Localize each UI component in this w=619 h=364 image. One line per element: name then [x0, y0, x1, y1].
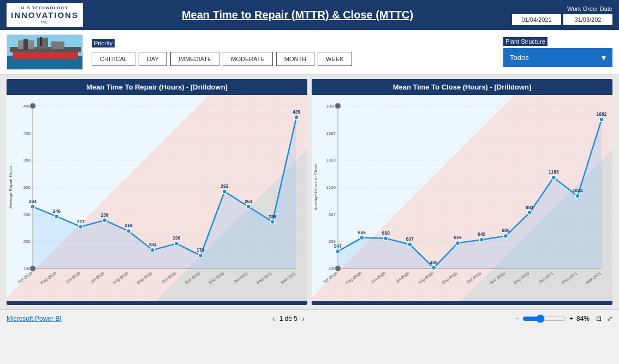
svg-text:Aug-2020: Aug-2020: [112, 271, 129, 285]
svg-text:Jun-2020: Jun-2020: [370, 271, 386, 284]
svg-text:1024: 1024: [573, 188, 583, 193]
prev-page-button[interactable]: ‹: [272, 314, 275, 323]
zoom-minus-icon[interactable]: −: [515, 315, 519, 323]
svg-text:Sep-2020: Sep-2020: [441, 271, 459, 285]
svg-text:184: 184: [148, 242, 156, 247]
svg-text:Aug-2020: Aug-2020: [417, 271, 435, 285]
svg-text:Jul-2020: Jul-2020: [90, 271, 105, 284]
svg-point-27: [103, 218, 107, 223]
svg-text:Oct-2020: Oct-2020: [466, 271, 482, 284]
svg-point-34: [270, 220, 275, 224]
top-bar: U B TECHNOLOGY INNOVATIONS INC Mean Time…: [0, 0, 619, 30]
svg-text:1100: 1100: [326, 185, 336, 190]
chart2-title: Mean Time To Close (Hours) - [Drilldown]: [312, 79, 612, 95]
svg-point-31: [198, 253, 203, 258]
priority-btn-day[interactable]: DAY: [139, 52, 167, 66]
svg-point-25: [55, 214, 59, 219]
logo-line1: U B TECHNOLOGY: [11, 5, 79, 10]
page-title: Mean Time to Repair (MTTR) & Close (MTTC…: [83, 9, 512, 21]
svg-point-28: [127, 229, 131, 233]
priority-btn-critical[interactable]: CRITICAL: [92, 52, 135, 66]
expand-icon[interactable]: ⤢: [607, 315, 612, 323]
svg-text:1333: 1333: [326, 158, 336, 163]
svg-point-118: [335, 266, 341, 271]
zoom-slider[interactable]: [522, 314, 566, 323]
svg-text:607: 607: [406, 236, 414, 242]
svg-text:Apr-2020: Apr-2020: [322, 271, 338, 284]
priority-btn-week[interactable]: WEEK: [318, 52, 352, 66]
svg-rect-8: [40, 37, 42, 46]
svg-point-83: [432, 266, 436, 270]
svg-text:219: 219: [125, 223, 133, 228]
svg-text:Nov-2020: Nov-2020: [184, 271, 201, 285]
bottom-bar: Microsoft Power BI ‹ 1 de 5 › − + 84% ⊡ …: [0, 309, 619, 327]
svg-text:1567: 1567: [326, 131, 336, 136]
svg-text:Nov-2020: Nov-2020: [489, 271, 507, 285]
svg-text:1682: 1682: [597, 111, 607, 117]
svg-point-32: [222, 189, 227, 194]
plant-label: Plant Structure: [503, 37, 547, 46]
svg-text:Jan-2021: Jan-2021: [538, 271, 555, 284]
svg-text:680: 680: [502, 228, 509, 233]
svg-text:867: 867: [329, 212, 336, 217]
powerbi-link[interactable]: Microsoft Power BI: [7, 315, 62, 323]
svg-point-89: [575, 194, 580, 198]
chart2-panel: Mean Time To Close (Hours) - [Drilldown]…: [312, 79, 612, 305]
dropdown-arrow-icon: ▾: [602, 52, 606, 63]
svg-point-84: [456, 241, 460, 245]
svg-text:429: 429: [293, 109, 300, 115]
zoom-label: 84%: [576, 315, 590, 323]
svg-text:450: 450: [23, 104, 31, 109]
svg-text:665: 665: [358, 230, 366, 235]
svg-point-29: [151, 248, 155, 252]
svg-point-80: [360, 236, 364, 240]
svg-text:150: 150: [23, 266, 31, 271]
svg-text:227: 227: [77, 219, 85, 224]
svg-text:239: 239: [101, 212, 109, 218]
svg-text:400: 400: [23, 131, 31, 136]
date-inputs: [512, 14, 612, 25]
chart1-panel: Mean Time To Repair (Hours) - [Drilldown…: [7, 79, 307, 305]
priority-btn-immediate[interactable]: IMMEDIATE: [170, 52, 219, 66]
chart1-title: Mean Time To Repair (Hours) - [Drilldown…: [7, 79, 307, 95]
svg-text:Jan-2021: Jan-2021: [233, 271, 249, 284]
svg-text:250: 250: [23, 212, 31, 217]
priority-section: Priority CRITICALDAYIMMEDIATEMODERATEMON…: [92, 39, 495, 66]
svg-text:Feb-2021: Feb-2021: [256, 271, 273, 285]
plant-dropdown[interactable]: Todos ▾: [503, 48, 612, 67]
svg-text:Feb-2021: Feb-2021: [561, 271, 578, 285]
svg-text:Jun-2020: Jun-2020: [64, 271, 81, 284]
date-section: Work Order Date: [512, 5, 612, 25]
svg-text:881: 881: [526, 205, 533, 210]
svg-point-82: [408, 242, 412, 247]
svg-text:300: 300: [23, 185, 31, 190]
svg-text:292: 292: [221, 183, 228, 189]
svg-text:Mar-2021: Mar-2021: [280, 271, 297, 285]
chart1-svg: 150200250300350400450 Average Repair Hou…: [7, 95, 307, 301]
svg-text:Sep-2020: Sep-2020: [136, 271, 153, 285]
priority-btn-month[interactable]: MONTH: [276, 52, 314, 66]
zoom-plus-icon[interactable]: +: [569, 315, 573, 323]
svg-text:May-2020: May-2020: [345, 271, 362, 285]
svg-text:200: 200: [23, 239, 31, 244]
svg-point-63: [30, 266, 35, 271]
charts-area: Mean Time To Repair (Hours) - [Drilldown…: [0, 75, 619, 309]
date-end-input[interactable]: [563, 14, 612, 25]
chart2-body: 4006338671100133315671800 Average Hours …: [312, 95, 612, 301]
svg-point-90: [599, 117, 604, 122]
priority-btn-moderate[interactable]: MODERATE: [223, 52, 273, 66]
next-page-button[interactable]: ›: [302, 314, 305, 323]
svg-text:Apr-2020: Apr-2020: [17, 271, 33, 284]
svg-text:Dec-2020: Dec-2020: [208, 271, 225, 285]
work-order-date-label: Work Order Date: [512, 5, 612, 12]
logo-line2: INNOVATIONS: [11, 10, 79, 20]
plant-section: Plant Structure Todos ▾: [503, 37, 612, 67]
svg-rect-5: [37, 38, 48, 49]
date-start-input[interactable]: [512, 14, 561, 25]
svg-text:May-2020: May-2020: [40, 271, 57, 285]
svg-text:Dec-2020: Dec-2020: [513, 271, 531, 285]
svg-point-35: [294, 115, 299, 120]
svg-point-30: [174, 241, 178, 246]
fit-icon[interactable]: ⊡: [596, 315, 602, 323]
svg-text:350: 350: [23, 158, 31, 163]
